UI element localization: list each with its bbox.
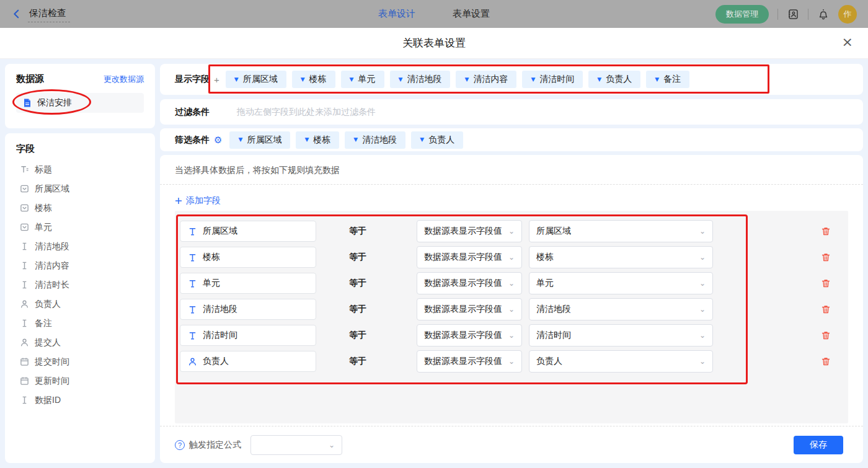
tag-label: 楼栋 [313,135,330,146]
field-item[interactable]: 负责人 [16,294,144,314]
display-field-tag[interactable]: ▼所属区域 [226,71,286,88]
field-item[interactable]: 备注 [16,314,144,333]
delete-rule-button[interactable] [821,330,831,340]
back-button[interactable] [11,9,22,19]
change-datasource-link[interactable]: 更改数据源 [104,74,144,85]
target-field-box[interactable]: 清洁地段 [180,299,316,320]
dropdown-triangle-icon: ▼ [350,77,354,82]
display-fields-label: 显示字段 [175,74,210,85]
source-field-select[interactable]: 清洁地段⌄ [529,298,713,320]
help-icon[interactable]: ? [175,440,185,450]
target-field-label: 楼栋 [203,252,220,263]
target-field-box[interactable]: 负责人 [180,351,316,372]
source-type-select[interactable]: 数据源表显示字段值⌄ [417,272,522,294]
datasource-item[interactable]: 保洁安排 [16,93,144,113]
field-item[interactable]: 清洁地段 [16,237,144,256]
avatar[interactable]: 作 [838,5,857,24]
topbar: 保洁检查 表单设计 表单设置 数据管理 作 [0,0,868,28]
filter-dropzone-placeholder[interactable]: 拖动左侧字段到此处来添加过滤条件 [237,107,376,118]
source-type-select[interactable]: 数据源表显示字段值⌄ [417,350,522,373]
tab-form-design[interactable]: 表单设计 [378,8,415,20]
screening-field-tag[interactable]: ▼负责人 [411,131,463,149]
save-button[interactable]: 保存 [794,436,843,454]
field-item-label: 标题 [35,164,52,175]
source-type-select[interactable]: 数据源表显示字段值⌄ [417,220,522,242]
chevron-down-icon: ⌄ [508,305,515,314]
source-field-select[interactable]: 清洁时间⌄ [529,324,713,347]
chevron-down-icon: ⌄ [329,441,335,449]
text-input-icon [188,305,197,314]
display-field-tag[interactable]: ▼备注 [646,71,689,88]
rules-panel: 所属区域等于数据源表显示字段值⌄所属区域⌄楼栋等于数据源表显示字段值⌄楼栋⌄单元… [175,211,848,423]
person-icon [20,299,29,309]
display-field-tag[interactable]: ▼清洁地段 [390,71,451,88]
field-item[interactable]: 数据ID [16,391,144,410]
delete-rule-button[interactable] [821,304,831,314]
display-field-tag[interactable]: ▼清洁内容 [456,71,516,88]
text-field-icon [20,319,29,328]
field-item[interactable]: 所属区域 [16,179,144,198]
person-blue-icon [188,357,197,366]
field-item-label: 清洁地段 [35,241,69,252]
delete-rule-button[interactable] [821,356,831,366]
address-book-icon[interactable] [787,8,799,20]
source-type-select[interactable]: 数据源表显示字段值⌄ [417,298,522,320]
filter-condition-card: 过滤条件 拖动左侧字段到此处来添加过滤条件 [160,99,863,125]
display-field-tag[interactable]: ▼楼栋 [292,71,335,88]
delete-rule-button[interactable] [821,226,831,236]
source-field-select[interactable]: 所属区域⌄ [529,220,713,242]
screening-field-tag[interactable]: ▼所属区域 [229,131,290,149]
dropdown-triangle-icon: ▼ [420,137,424,143]
field-item[interactable]: 清洁时长 [16,275,144,294]
dropdown-triangle-icon: ▼ [399,77,403,82]
field-item[interactable]: 标题 [16,160,144,179]
tag-label: 清洁时间 [539,74,574,85]
field-item[interactable]: 提交人 [16,333,144,352]
equals-label: 等于 [349,356,369,367]
text-input-icon [188,279,197,288]
notification-bell-icon[interactable] [817,8,830,20]
delete-rule-button[interactable] [821,252,831,262]
datasource-card: 数据源 更改数据源 保洁安排 [5,64,155,128]
field-item[interactable]: 单元 [16,218,144,237]
source-type-select[interactable]: 数据源表显示字段值⌄ [417,324,522,347]
source-field-select[interactable]: 单元⌄ [529,272,713,294]
field-item[interactable]: 楼栋 [16,198,144,218]
add-display-field-icon[interactable]: + [214,74,219,85]
data-manage-button[interactable]: 数据管理 [715,5,769,24]
target-field-box[interactable]: 单元 [180,273,316,294]
tab-form-settings[interactable]: 表单设置 [453,8,490,20]
gear-icon[interactable]: ⚙ [214,135,222,146]
add-field-button[interactable]: 添加字段 [175,195,221,206]
screening-field-tag[interactable]: ▼楼栋 [296,131,339,149]
display-field-tag[interactable]: ▼负责人 [588,71,640,88]
tag-label: 备注 [663,74,681,85]
trigger-formula-select[interactable]: ⌄ [250,435,342,455]
field-item-label: 楼栋 [35,203,52,214]
modal-footer: ? 触发指定公式 ⌄ 保存 [160,426,863,463]
field-item-label: 清洁内容 [35,260,69,272]
field-item[interactable]: 提交时间 [16,352,144,371]
source-field-value: 楼栋 [536,252,554,263]
chevron-down-icon: ⌄ [508,357,515,366]
display-field-tag[interactable]: ▼清洁时间 [522,71,583,88]
form-name[interactable]: 保洁检查 [28,6,70,22]
source-type-value: 数据源表显示字段值 [424,356,502,367]
field-item[interactable]: 清洁内容 [16,256,144,275]
close-icon[interactable]: × [842,35,853,49]
source-field-select[interactable]: 负责人⌄ [529,350,713,373]
field-item[interactable]: 更新时间 [16,371,144,391]
target-field-box[interactable]: 所属区域 [180,221,316,242]
target-field-box[interactable]: 清洁时间 [180,325,316,346]
display-field-tag[interactable]: ▼单元 [341,71,384,88]
delete-rule-button[interactable] [821,278,831,288]
target-field-label: 清洁时间 [203,330,237,341]
source-type-value: 数据源表显示字段值 [424,278,502,289]
source-type-select[interactable]: 数据源表显示字段值⌄ [417,246,522,268]
fields-card: 字段 标题所属区域楼栋单元清洁地段清洁内容清洁时长负责人备注提交人提交时间更新时… [5,133,155,463]
chevron-down-icon: ⌄ [699,253,706,262]
screening-field-tag[interactable]: ▼清洁地段 [345,131,405,149]
source-field-select[interactable]: 楼栋⌄ [529,246,713,268]
target-field-box[interactable]: 楼栋 [180,247,316,268]
text-field-icon [20,261,29,270]
